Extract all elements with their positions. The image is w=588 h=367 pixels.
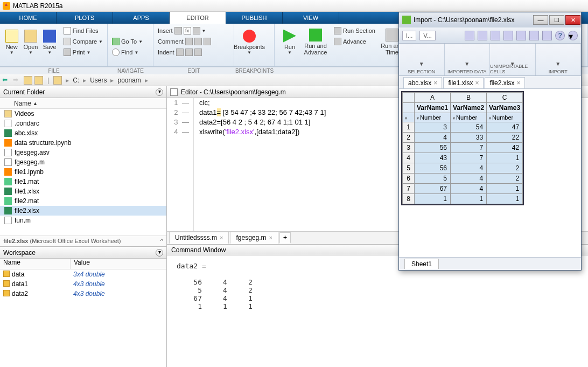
import-groups: ▼SELECTION ▼IMPORTED DATA ▼UNIMPORTABLE …	[399, 44, 581, 76]
import-ribbon-tab[interactable]: V...	[419, 31, 436, 40]
new-tab-button[interactable]: +	[279, 232, 291, 244]
main-tab-home[interactable]: HOME	[0, 12, 57, 24]
goto-button[interactable]: Go To ▼	[111, 37, 150, 46]
comment-button[interactable]: Comment	[157, 37, 230, 46]
file-item[interactable]: file1.mat	[0, 177, 166, 186]
file-icon	[4, 120, 12, 127]
insert-button[interactable]: Insert fx ▼	[157, 26, 230, 36]
advance-button[interactable]: Advance	[333, 37, 376, 46]
editor-tab[interactable]: fgesgeg.m ×	[230, 232, 278, 244]
forward-icon[interactable]: ➡	[13, 76, 22, 85]
variable-icon	[3, 271, 10, 277]
file-item[interactable]: data structure.ipynb	[0, 138, 166, 148]
ribbon-icon[interactable]	[478, 31, 487, 40]
fx-icon[interactable]: fx	[184, 27, 191, 34]
run-advance-button[interactable]: Run and Advance	[304, 26, 327, 58]
minimize-panel-icon[interactable]: ▾	[156, 88, 163, 96]
import-file-tab[interactable]: file1.xlsx ×	[443, 77, 484, 88]
crumb-users[interactable]: Users	[90, 77, 107, 84]
new-button[interactable]: New▼	[3, 26, 20, 58]
file-icon	[4, 217, 12, 224]
up-icon[interactable]	[24, 76, 32, 85]
insert-spacer	[111, 26, 150, 36]
command-window-body[interactable]: data2 = 56 4 2 5 4 2 67 4 1 1 1 1	[167, 255, 588, 367]
file-item[interactable]: .condarc	[0, 119, 166, 128]
file-icon	[4, 158, 12, 166]
help-icon[interactable]: ?	[555, 31, 565, 40]
close-button[interactable]: ✕	[565, 15, 580, 25]
dropdown-icon[interactable]: ▾	[568, 31, 578, 40]
ribbon-icon[interactable]	[491, 31, 500, 40]
ribbon-icon[interactable]	[516, 31, 526, 40]
file-icon	[4, 139, 12, 147]
close-tab-icon[interactable]: ×	[220, 234, 223, 241]
folder-icon[interactable]	[53, 76, 62, 85]
open-button[interactable]: Open▼	[22, 26, 39, 58]
file-icon	[4, 168, 12, 176]
main-tab-publish[interactable]: PUBLISH	[226, 12, 283, 24]
import-icon	[402, 16, 411, 24]
close-tab-icon[interactable]: ×	[433, 79, 437, 87]
close-tab-icon[interactable]: ×	[269, 234, 272, 241]
browse-icon[interactable]	[34, 76, 43, 85]
expand-icon[interactable]: ^	[160, 238, 163, 245]
import-titlebar[interactable]: Import - C:\Users\poonam\file2.xlsx — ☐ …	[399, 12, 581, 27]
close-tab-icon[interactable]: ×	[475, 79, 479, 87]
name-column[interactable]: Name	[14, 100, 31, 107]
maximize-button[interactable]: ☐	[549, 15, 564, 25]
editor-tab[interactable]: Untitledssss.m ×	[169, 232, 229, 244]
file-item[interactable]: file2.xlsx	[0, 206, 166, 216]
import-file-tabs: abc.xlsx ×file1.xlsx ×file2.xlsx ×	[399, 76, 581, 89]
ws-name-col[interactable]: Name	[0, 259, 70, 269]
back-icon[interactable]: ⬅	[2, 76, 11, 85]
workspace-panel: Workspace▾ NameValue data3x4 doubledata1…	[0, 246, 166, 367]
import-ribbon-tab[interactable]: I...	[402, 31, 416, 40]
file-item[interactable]: fun.m	[0, 216, 166, 225]
sheet-tab[interactable]: Sheet1	[404, 259, 439, 269]
ribbon-icon[interactable]	[529, 31, 539, 40]
file-item[interactable]: fgesgeg.asv	[0, 148, 166, 157]
file-icon	[4, 149, 12, 156]
file-item[interactable]: Videos	[0, 109, 166, 119]
current-folder-panel: Current Folder▾ Name ▲ Videos.condarcabc…	[0, 86, 166, 246]
breakpoints-button[interactable]: Breakpoints▼	[237, 26, 261, 58]
import-title: Import - C:\Users\poonam\file2.xlsx	[414, 16, 514, 24]
save-button[interactable]: Save▼	[41, 26, 58, 58]
file-icon	[4, 188, 12, 195]
compare-button[interactable]: Compare ▼	[62, 37, 104, 46]
crumb-poonam[interactable]: poonam	[117, 77, 141, 84]
ws-value-col[interactable]: Value	[70, 259, 166, 269]
find-button[interactable]: Find ▼	[111, 47, 150, 57]
ribbon-icon[interactable]	[542, 31, 552, 40]
file-item[interactable]: abc.xlsx	[0, 128, 166, 138]
window-titlebar: MATLAB R2015a	[0, 0, 588, 12]
file-item[interactable]: file2.mat	[0, 196, 166, 206]
main-tab-view[interactable]: VIEW	[283, 12, 339, 24]
ribbon-icon[interactable]	[503, 31, 513, 40]
matlab-logo-icon	[3, 2, 10, 10]
import-file-tab[interactable]: file2.xlsx ×	[485, 77, 525, 88]
workspace-row[interactable]: data14x3 double	[0, 279, 166, 289]
workspace-row[interactable]: data3x4 double	[0, 269, 166, 279]
crumb-root[interactable]: C:	[73, 77, 79, 84]
file-item[interactable]: fgesgeg.m	[0, 157, 166, 167]
workspace-row[interactable]: data24x3 double	[0, 289, 166, 299]
main-tab-apps[interactable]: APPS	[113, 12, 170, 24]
print-button[interactable]: Print ▼	[62, 47, 104, 57]
import-file-tab[interactable]: abc.xlsx ×	[403, 77, 442, 88]
ribbon-icon[interactable]	[465, 31, 474, 40]
close-tab-icon[interactable]: ×	[516, 79, 520, 87]
file-item[interactable]: file1.xlsx	[0, 186, 166, 196]
run-section-button[interactable]: Run Section	[333, 26, 376, 36]
indent-button[interactable]: Indent	[157, 47, 230, 57]
find-files-button[interactable]: Find Files	[62, 26, 104, 36]
file-icon	[4, 129, 12, 137]
file-item[interactable]: file1.ipynb	[0, 167, 166, 177]
import-window: Import - C:\Users\poonam\file2.xlsx — ☐ …	[398, 12, 582, 271]
minimize-panel-icon[interactable]: ▾	[156, 249, 163, 257]
minimize-button[interactable]: —	[533, 15, 548, 25]
main-tab-editor[interactable]: EDITOR	[170, 12, 226, 24]
import-grid[interactable]: ABCVarName1VarName2VarName3NumberNumberN…	[399, 89, 581, 257]
main-tab-plots[interactable]: PLOTS	[57, 12, 113, 24]
run-button[interactable]: Run▼	[278, 26, 302, 58]
